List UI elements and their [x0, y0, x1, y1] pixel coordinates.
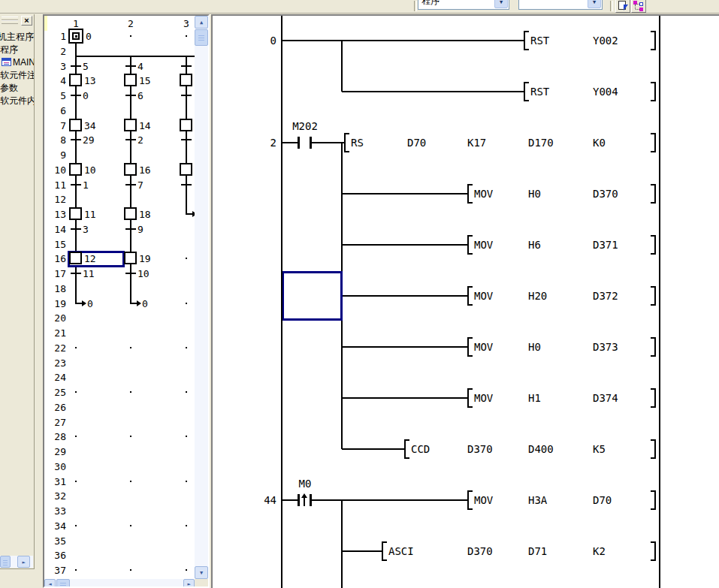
- sfc-scroll-left-button[interactable]: ◄: [44, 579, 56, 588]
- instruction-name-MOV[interactable]: MOV: [474, 239, 493, 251]
- new-window-button[interactable]: [615, 0, 630, 13]
- instruction-operand[interactable]: Y004: [593, 86, 618, 98]
- tree-item-5[interactable]: 软元件内: [0, 95, 34, 107]
- instruction-operand[interactable]: D370: [467, 443, 493, 455]
- tree-scroll-right-button[interactable]: ►: [17, 556, 30, 568]
- instruction-name-RS[interactable]: RS: [351, 137, 364, 149]
- instruction-operand[interactable]: D374: [593, 392, 618, 404]
- sfc-jump-arrow-icon: [82, 300, 86, 306]
- sfc-transition[interactable]: [181, 184, 192, 185]
- instruction-operand[interactable]: D371: [593, 239, 618, 251]
- tree-item-main[interactable]: MAIN: [0, 56, 34, 68]
- combo-dropdown-arrow-icon[interactable]: ▼: [588, 0, 601, 8]
- sfc-transition[interactable]: [181, 139, 192, 140]
- tree-item-0[interactable]: 机主程序: [0, 31, 34, 43]
- sfc-vscrollbar-thumb[interactable]: [195, 29, 208, 46]
- sfc-step[interactable]: [69, 74, 82, 86]
- instruction-operand[interactable]: K0: [593, 137, 606, 149]
- instruction-operand[interactable]: D170: [528, 137, 554, 149]
- tree-item-4[interactable]: 参数: [0, 82, 34, 94]
- program-type-combo[interactable]: 程序 ▼: [418, 0, 509, 10]
- instruction-open-bracket: [382, 541, 387, 561]
- sfc-step-number: 12: [84, 253, 96, 264]
- sfc-row-number: 15: [47, 239, 66, 250]
- instruction-operand[interactable]: H3A: [528, 494, 547, 506]
- sfc-step[interactable]: [180, 119, 192, 131]
- sfc-transition[interactable]: [125, 184, 136, 185]
- instruction-name-CCD[interactable]: CCD: [411, 443, 430, 455]
- sfc-step[interactable]: [124, 207, 137, 220]
- sfc-step[interactable]: [180, 74, 192, 86]
- instruction-operand[interactable]: D372: [593, 290, 618, 302]
- sfc-jump-line[interactable]: [186, 213, 192, 215]
- instruction-name-MOV[interactable]: MOV: [474, 341, 493, 353]
- sfc-step[interactable]: [69, 207, 82, 220]
- instruction-operand[interactable]: K5: [593, 443, 606, 455]
- sfc-transition[interactable]: [71, 184, 81, 185]
- sfc-transition[interactable]: [71, 65, 81, 67]
- sfc-step[interactable]: [124, 252, 137, 264]
- instruction-name-ASCI[interactable]: ASCI: [388, 545, 414, 557]
- instruction-operand[interactable]: H6: [528, 239, 541, 251]
- combo-dropdown-arrow-icon[interactable]: ▼: [494, 0, 508, 8]
- instruction-operand[interactable]: D400: [528, 443, 554, 455]
- tree-item-3[interactable]: 软元件注: [0, 69, 34, 81]
- instruction-operand[interactable]: H0: [528, 188, 541, 200]
- instruction-operand[interactable]: D70: [407, 137, 426, 149]
- sfc-transition[interactable]: [125, 228, 136, 230]
- instruction-operand[interactable]: H0: [528, 341, 541, 353]
- instruction-name-MOV[interactable]: MOV: [474, 290, 493, 302]
- contact-bar: [298, 137, 300, 149]
- instruction-name-RST[interactable]: RST: [530, 35, 549, 47]
- tree-hscrollbar-thumb[interactable]: [0, 556, 11, 568]
- sfc-transition[interactable]: [125, 139, 136, 140]
- sfc-step[interactable]: [124, 163, 137, 176]
- sfc-step[interactable]: [69, 119, 82, 131]
- project-tree-toggle-button[interactable]: [631, 0, 646, 13]
- sfc-vscrollbar-track[interactable]: [195, 16, 208, 579]
- instruction-operand[interactable]: K2: [593, 545, 606, 557]
- sfc-step[interactable]: [124, 74, 137, 86]
- instruction-operand[interactable]: D370: [593, 188, 618, 200]
- panel-drag-handle[interactable]: [2, 20, 18, 24]
- sfc-transition[interactable]: [71, 228, 81, 230]
- instruction-operand[interactable]: D70: [593, 494, 612, 506]
- sfc-initial-step[interactable]: [68, 29, 83, 44]
- sfc-step[interactable]: [124, 119, 137, 131]
- sfc-transition[interactable]: [71, 273, 81, 274]
- sfc-transition[interactable]: [181, 65, 192, 67]
- sfc-transition[interactable]: [71, 139, 81, 140]
- instruction-operand[interactable]: H1: [528, 392, 541, 404]
- instruction-name-RST[interactable]: RST: [530, 86, 549, 98]
- sfc-row-number: 26: [47, 402, 66, 413]
- sfc-step[interactable]: [69, 163, 82, 176]
- sfc-scroll-right-button[interactable]: ►: [183, 579, 195, 588]
- sfc-step[interactable]: [180, 163, 192, 176]
- ladder-contact-M0[interactable]: [296, 493, 314, 508]
- instruction-operand[interactable]: Y002: [593, 35, 618, 47]
- instruction-name-MOV[interactable]: MOV: [474, 188, 493, 200]
- close-panel-button[interactable]: ×: [21, 16, 32, 26]
- sfc-transition[interactable]: [125, 65, 136, 67]
- scrollbar-corner: [195, 579, 208, 588]
- sfc-jump-line[interactable]: [130, 303, 137, 304]
- sfc-scroll-up-button[interactable]: ▲: [195, 16, 208, 29]
- sfc-jump-line[interactable]: [75, 303, 82, 304]
- instruction-operand[interactable]: D71: [528, 545, 547, 557]
- sfc-transition[interactable]: [71, 95, 81, 96]
- sfc-transition[interactable]: [125, 273, 136, 274]
- sfc-scroll-down-button[interactable]: ▼: [195, 566, 208, 579]
- secondary-combo[interactable]: ▼: [518, 0, 603, 10]
- tree-item-1[interactable]: 程序: [0, 44, 34, 56]
- instruction-operand[interactable]: K17: [467, 137, 486, 149]
- instruction-name-MOV[interactable]: MOV: [474, 392, 493, 404]
- ladder-contact-M202[interactable]: [296, 135, 314, 150]
- instruction-operand[interactable]: D370: [467, 545, 493, 557]
- sfc-hscrollbar-thumb[interactable]: [56, 579, 70, 588]
- instruction-name-MOV[interactable]: MOV: [474, 494, 493, 506]
- sfc-transition[interactable]: [125, 95, 136, 96]
- instruction-operand[interactable]: D373: [593, 341, 618, 353]
- sfc-transition[interactable]: [181, 95, 192, 96]
- instruction-operand[interactable]: H20: [528, 290, 547, 302]
- sfc-step[interactable]: [69, 252, 82, 264]
